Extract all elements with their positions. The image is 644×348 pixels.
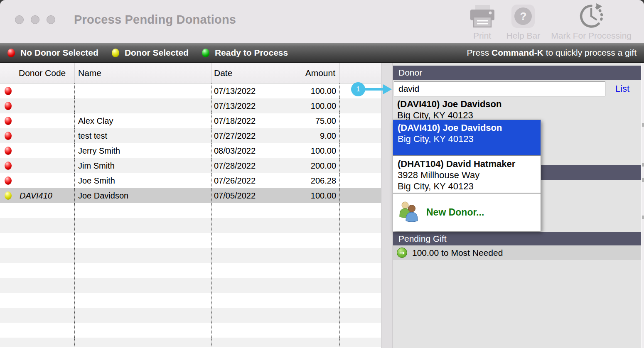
empty-table-row[interactable] <box>0 278 381 293</box>
zoom-window-button[interactable] <box>47 15 55 24</box>
scrollbar-tick <box>642 163 644 167</box>
red-status-orb-icon <box>5 176 12 185</box>
window-title: Process Pending Donations <box>74 13 236 27</box>
empty-table-row[interactable] <box>0 248 381 263</box>
empty-table-row[interactable] <box>0 293 381 308</box>
scrollbar-tick <box>642 216 644 219</box>
pending-gift-entry-label: 100.00 to Most Needed <box>412 248 503 258</box>
legend-label: Donor Selected <box>125 48 189 58</box>
empty-table-row[interactable] <box>0 203 381 218</box>
new-donor-item[interactable]: New Donor... <box>393 194 541 231</box>
empty-table-row[interactable] <box>0 233 381 248</box>
yellow-status-orb-icon <box>112 49 119 57</box>
help-bar-button[interactable]: ? Help Bar <box>506 2 541 41</box>
red-status-orb-icon <box>5 162 12 170</box>
name-column-header[interactable]: Name <box>75 63 212 83</box>
pending-donations-table: Donor Code Name Date Amount 07/13/2022 1… <box>0 63 381 348</box>
red-status-orb-icon <box>5 87 12 95</box>
printer-icon <box>469 3 496 29</box>
main-content: Donor Code Name Date Amount 07/13/2022 1… <box>0 63 644 348</box>
legend-no-donor-selected: No Donor Selected <box>7 48 98 58</box>
legend-donor-selected: Donor Selected <box>112 48 189 58</box>
table-row[interactable]: 07/13/2022 100.00 <box>0 98 381 113</box>
red-status-orb-icon <box>5 147 12 155</box>
scrollbar-tick <box>642 178 644 182</box>
gift-arrow-icon: ➞ <box>397 248 407 258</box>
new-donor-people-icon <box>398 200 420 224</box>
table-row-selected[interactable]: DAVI410 Joe Davidson 07/05/2022 100.00 <box>0 188 381 203</box>
print-button[interactable]: Print <box>469 2 496 41</box>
mark-for-processing-label: Mark For Processing <box>551 31 632 41</box>
table-header-row: Donor Code Name Date Amount <box>0 63 381 83</box>
donor-result-name: (DAVI410) Joe Davidson <box>397 99 501 110</box>
table-row[interactable]: Jerry Smith 08/03/2022 100.00 <box>0 143 381 158</box>
empty-table-row[interactable] <box>0 323 381 338</box>
app-screen: Process Pending Donations Print <box>0 0 644 348</box>
app-window: Process Pending Donations Print <box>0 0 644 348</box>
title-bar: Process Pending Donations Print <box>0 0 644 43</box>
empty-column-header <box>340 63 381 83</box>
callout-arrow-head-icon <box>383 84 392 94</box>
date-column-header[interactable]: Date <box>212 63 274 83</box>
status-legend: No Donor Selected Donor Selected Ready t… <box>7 48 288 58</box>
callout-number-badge: 1 <box>351 82 365 96</box>
traffic-lights <box>15 15 55 24</box>
status-column-header[interactable] <box>0 63 16 83</box>
toolbar: Print ? Help Bar <box>469 2 632 41</box>
window-edge-scrollbar[interactable] <box>641 63 644 348</box>
clock-history-icon <box>577 3 605 29</box>
empty-table-row[interactable] <box>0 218 381 233</box>
help-bar-label: Help Bar <box>506 31 541 41</box>
callout-arrow-shaft <box>364 88 385 91</box>
list-link[interactable]: List <box>615 83 629 94</box>
new-donor-label: New Donor... <box>426 207 484 218</box>
print-label: Print <box>473 31 491 41</box>
empty-table-row[interactable] <box>0 338 381 347</box>
help-icon: ? <box>511 3 535 29</box>
legend-ready-to-process: Ready to Process <box>202 48 288 58</box>
donor-section-header: Donor <box>393 66 641 80</box>
shortcut-hint: Press Command-K to quickly process a gif… <box>467 48 637 58</box>
scrollbar-tick <box>642 123 644 127</box>
status-legend-bar: No Donor Selected Donor Selected Ready t… <box>0 43 644 63</box>
legend-label: Ready to Process <box>215 48 288 58</box>
yellow-status-orb-icon <box>5 191 12 200</box>
legend-label: No Donor Selected <box>20 48 98 58</box>
pending-gift-entry[interactable]: ➞ 100.00 to Most Needed <box>393 245 641 260</box>
donor-code-column-header[interactable]: Donor Code <box>16 63 75 83</box>
empty-table-row[interactable] <box>0 263 381 278</box>
minimize-window-button[interactable] <box>31 15 39 24</box>
donor-search-input[interactable] <box>394 81 605 96</box>
table-row[interactable]: Joe Smith 07/26/2022 206.28 <box>0 173 381 188</box>
table-row[interactable]: 07/13/2022 100.00 <box>0 83 381 98</box>
table-row[interactable]: Jim Smith 07/28/2022 200.00 <box>0 158 381 173</box>
close-window-button[interactable] <box>15 15 24 24</box>
table-row[interactable]: Alex Clay 07/18/2022 75.00 <box>0 113 381 128</box>
empty-table-row[interactable] <box>0 308 381 323</box>
dropdown-item-selected[interactable]: (DAVI410) Joe Davidson Big City, KY 4012… <box>393 120 541 155</box>
donor-autocomplete-dropdown: (DAVI410) Joe Davidson Big City, KY 4012… <box>393 120 541 231</box>
table-panel-divider <box>381 63 393 348</box>
red-status-orb-icon <box>5 132 12 140</box>
mark-for-processing-button[interactable]: Mark For Processing <box>551 2 632 41</box>
red-status-orb-icon <box>7 49 15 57</box>
red-status-orb-icon <box>5 117 12 125</box>
amount-column-header[interactable]: Amount <box>274 63 340 83</box>
dropdown-item[interactable]: (DHAT104) David Hatmaker 3928 Millhouse … <box>393 156 541 193</box>
red-status-orb-icon <box>5 102 12 110</box>
table-row[interactable]: test test 07/27/2022 9.00 <box>0 128 381 143</box>
green-status-orb-icon <box>202 49 209 57</box>
pending-gift-section-header: Pending Gift <box>393 232 641 245</box>
shortcut-key: Command-K <box>492 48 543 57</box>
